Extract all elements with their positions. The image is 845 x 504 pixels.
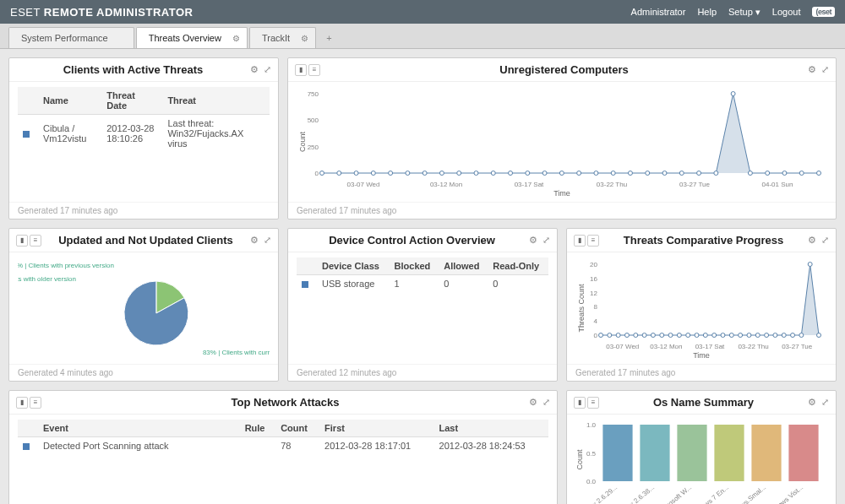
panel-active-threats: Clients with Active Threats ⚙⤢ Name Thre…	[8, 57, 279, 219]
svg-text:Windows 7 En...: Windows 7 En...	[688, 484, 730, 504]
gear-icon[interactable]: ⚙	[529, 235, 537, 246]
svg-point-35	[748, 171, 752, 176]
gear-icon[interactable]: ⚙	[250, 64, 259, 75]
panel-title: Top Network Attacks	[41, 396, 529, 409]
svg-text:Threats Count: Threats Count	[577, 284, 586, 333]
gear-icon[interactable]: ⚙	[808, 64, 816, 75]
svg-text:0: 0	[594, 332, 598, 339]
chart-icon[interactable]: ▮	[16, 235, 28, 247]
list-icon[interactable]: ≡	[30, 235, 41, 247]
expand-icon[interactable]: ⤢	[264, 235, 271, 246]
table-row[interactable]: Cibula / Vm12vistu 2012-03-28 18:10:26 L…	[18, 115, 270, 153]
list-icon[interactable]: ≡	[587, 397, 599, 409]
expand-icon[interactable]: ⤢	[264, 64, 271, 75]
tab-add[interactable]: +	[318, 28, 340, 48]
list-icon[interactable]: ≡	[308, 64, 320, 76]
svg-point-30	[662, 171, 667, 176]
svg-point-56	[599, 333, 603, 338]
chart-icon[interactable]: ▮	[295, 64, 307, 76]
svg-text:Linux 2.6.29...: Linux 2.6.29...	[581, 484, 619, 504]
panel-footer: Generated 17 minutes ago	[567, 364, 836, 381]
gear-icon[interactable]: ⚙	[808, 235, 816, 246]
gear-icon[interactable]: ⚙	[250, 235, 259, 246]
tab-trackit[interactable]: TrackIt ⚙	[249, 27, 316, 48]
expand-icon[interactable]: ⤢	[821, 64, 829, 75]
svg-point-66	[686, 333, 690, 338]
svg-rect-97	[788, 425, 818, 481]
chart-icon[interactable]: ▮	[16, 397, 28, 409]
panel-title: Unregistered Computers	[320, 63, 808, 76]
col-threat: Threat	[162, 87, 270, 115]
eset-logo: (eset	[812, 7, 835, 17]
expand-icon[interactable]: ⤢	[542, 235, 550, 246]
chart-icon[interactable]: ▮	[574, 397, 586, 409]
svg-text:12: 12	[590, 290, 597, 297]
svg-point-39	[817, 171, 821, 176]
link-logout[interactable]: Logout	[772, 7, 801, 17]
chart-icon[interactable]: ▮	[574, 235, 586, 247]
list-icon[interactable]: ≡	[587, 235, 599, 247]
table-row[interactable]: USB storage 1 0 0	[297, 275, 548, 293]
header-links: Administrator Help Setup ▾ Logout (eset	[631, 7, 835, 18]
svg-text:17% | Clients with older versi: 17% | Clients with older version	[18, 275, 76, 283]
svg-point-61	[642, 333, 646, 338]
svg-point-79	[799, 333, 804, 338]
svg-point-29	[646, 171, 650, 176]
svg-text:Windows.Smal...: Windows.Smal...	[724, 484, 767, 504]
dashboard: Clients with Active Threats ⚙⤢ Name Thre…	[0, 49, 845, 504]
expand-icon[interactable]: ⤢	[542, 397, 550, 408]
svg-point-68	[703, 333, 707, 338]
tab-threats-overview[interactable]: Threats Overview ⚙	[136, 27, 248, 48]
svg-text:4: 4	[594, 317, 598, 325]
panel-comparative: ▮≡ Threats Comparative Progress ⚙⤢ 04812…	[566, 228, 837, 382]
col-class: Device Class	[317, 257, 390, 275]
expand-icon[interactable]: ⤢	[821, 235, 829, 246]
svg-point-16	[422, 171, 427, 176]
svg-text:Count: Count	[298, 132, 307, 153]
svg-text:16: 16	[590, 275, 597, 283]
tab-system-performance[interactable]: System Performance	[8, 27, 134, 48]
svg-point-63	[660, 333, 664, 338]
svg-text:Time: Time	[693, 351, 710, 359]
row-marker-icon	[23, 443, 30, 450]
col-last: Last	[434, 420, 548, 437]
panel-title: Threats Comparative Progress	[599, 234, 808, 247]
col-event: Event	[38, 420, 240, 437]
panel-title: Clients with Active Threats	[16, 63, 250, 76]
table-row[interactable]: Detected Port Scanning attack 78 2012-03…	[18, 437, 548, 455]
topbar: ESET REMOTE ADMINISTRATOR Administrator …	[0, 0, 845, 24]
list-icon[interactable]: ≡	[30, 397, 41, 409]
panel-title: Os Name Summary	[599, 396, 808, 409]
svg-rect-95	[751, 425, 781, 481]
link-help[interactable]: Help	[697, 7, 717, 17]
link-setup[interactable]: Setup ▾	[728, 7, 760, 18]
svg-point-26	[594, 171, 598, 176]
gear-icon[interactable]: ⚙	[301, 34, 308, 43]
svg-text:Count: Count	[575, 449, 584, 470]
tab-label: System Performance	[21, 33, 108, 43]
link-administrator[interactable]: Administrator	[631, 7, 686, 17]
brand-text-a: ESET	[10, 6, 44, 19]
gear-icon[interactable]: ⚙	[529, 397, 537, 408]
svg-point-38	[799, 171, 804, 176]
os-chart: 0.00.51.0Linux 2.6.29...Linux 2.6.38...M…	[575, 420, 827, 504]
svg-text:8: 8	[594, 303, 598, 311]
tab-label: TrackIt	[262, 33, 290, 43]
svg-point-77	[782, 333, 786, 338]
svg-point-33	[714, 171, 718, 176]
col-readonly: Read-Only	[488, 257, 548, 275]
svg-point-76	[773, 333, 777, 338]
svg-point-57	[608, 333, 612, 338]
attacks-table: Event Rule Count First Last Detected Por…	[18, 420, 548, 454]
svg-point-15	[406, 171, 410, 176]
expand-icon[interactable]: ⤢	[821, 397, 829, 408]
gear-icon[interactable]: ⚙	[232, 34, 240, 43]
panel-footer: Generated 17 minutes ago	[9, 202, 278, 219]
svg-point-34	[731, 92, 735, 96]
col-count: Count	[275, 420, 319, 437]
updated-pie-chart: 0% | Clients with previous version17% | …	[18, 257, 270, 359]
svg-point-25	[577, 171, 581, 176]
svg-point-60	[634, 333, 638, 338]
gear-icon[interactable]: ⚙	[808, 397, 816, 408]
col-name: Name	[38, 87, 101, 115]
